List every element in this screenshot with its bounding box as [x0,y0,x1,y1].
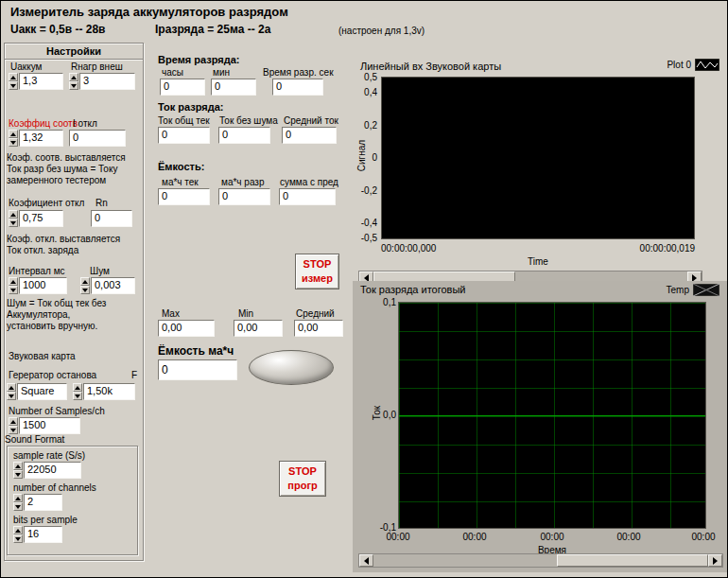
total-current-label: Ток общ тек [158,115,210,126]
rload-input[interactable]: 3 [69,73,135,90]
sum-prev-value: 0 [279,188,336,205]
uakk-input[interactable]: 1,3 [9,73,63,90]
chart2-xtick: 00:00 [687,532,719,542]
chart2-scroll-left-button[interactable] [359,554,373,567]
capacity-title: Ёмкость: [158,161,204,172]
chart1-legend[interactable]: Plot 0 [667,59,719,71]
hours-label: часы [162,67,183,78]
noise-value[interactable]: 0,003 [91,277,135,294]
mah-dis-value: 0 [218,188,270,205]
frequency-spinner-arrows[interactable] [73,383,82,400]
note2-line1: Коэф. откл. выставляется [7,234,120,244]
interval-input[interactable]: 1000 [9,277,67,294]
coeff-otkl-label: Коэфициент откл [9,198,84,208]
noiseless-current-value: 0 [218,127,270,144]
chart1-legend-label: Plot 0 [667,60,691,70]
chart1-ytick: -0,4 [349,218,377,228]
coeff-sootv-spinner-arrows[interactable] [9,130,18,147]
sound-card-label: Звуковая карта [9,351,76,361]
waveform-value[interactable]: Square [17,383,67,400]
chart1-plot-area[interactable] [381,77,695,239]
chart2-legend-label: Temp [667,285,689,295]
waveform-legend-icon [695,59,719,71]
max-value: 0,00 [158,320,215,337]
stop-program-button[interactable]: STOP прогр [279,461,326,497]
coeff-otkl-input[interactable]: 0,75 [9,210,63,227]
avg-value: 0,00 [294,320,343,337]
uakk-value[interactable]: 1,3 [19,73,63,90]
chart1-ytick: 0 [349,152,377,163]
coeff-otkl-spinner-arrows[interactable] [9,210,18,227]
channels-input[interactable]: 2 [13,494,62,511]
rn-label: Rn [95,198,108,208]
coeff-sootv-input[interactable]: 1,32 [9,130,63,147]
stop-program-line2: прогр [280,479,325,493]
interval-spinner-arrows[interactable] [9,277,18,294]
chart1-x-end: 00:00:00,019 [629,243,695,254]
uakk-spinner-arrows[interactable] [9,73,18,90]
rload-value[interactable]: 3 [79,73,135,90]
stop-measure-button[interactable]: STOP измер [295,254,339,289]
samples-value[interactable]: 1500 [19,417,80,434]
total-current-value: 0 [158,127,210,144]
hours-value: 0 [160,79,205,96]
run-indicator-button[interactable] [249,350,334,385]
chart2-scroll-right-button[interactable] [708,554,722,567]
min-value: 0,00 [234,320,283,337]
chart2-scroll-thumb[interactable] [557,554,708,567]
left-arrow-icon [364,557,369,565]
i-otkl-label: I откл [73,118,97,129]
waveform-select[interactable]: Square [7,383,67,400]
note3-line2: Аккумулятора, [7,309,70,320]
samples-spinner-arrows[interactable] [9,417,18,434]
noise-spinner-arrows[interactable] [80,277,90,294]
sum-prev-label: сумма с пред [280,177,338,187]
discharge-current-title: Ток разряда: [158,101,224,113]
chart2-ytick: 0,0 [372,410,396,420]
sample-rate-value[interactable]: 22050 [24,462,81,479]
sample-rate-label: sample rate (S/s) [13,450,85,461]
waveform-spinner-arrows[interactable] [7,383,16,400]
sample-rate-input[interactable]: 22050 [13,462,81,479]
sample-rate-spinner-arrows[interactable] [13,462,23,479]
uakk-label: Uаккум [10,61,42,72]
capacity-total-value: 0 [158,359,237,380]
bits-spinner-arrows[interactable] [13,526,23,543]
channels-value[interactable]: 2 [24,494,62,511]
chart2-zero-line [399,415,705,416]
min-label: Min [238,308,253,319]
noise-input[interactable]: 0,003 [80,277,135,294]
frequency-value[interactable]: 1,50k [83,383,135,400]
avg-current-label: Средний ток [284,115,338,126]
note1-line2: Ток разр без шума = Току [7,164,117,174]
note2-line2: Ток откл. заряда [7,245,78,255]
header-note: (настроен для 1,3v) [338,26,425,36]
minutes-label: мин [213,67,230,78]
max-label: Max [162,308,180,319]
chart2-plot-area[interactable] [398,302,706,529]
seconds-value: 0 [272,79,323,96]
samples-input[interactable]: 1500 [9,417,80,434]
note3-line3: установить вручную. [7,321,97,331]
coeff-sootv-value[interactable]: 1,32 [19,130,63,147]
channels-spinner-arrows[interactable] [13,494,23,511]
rload-spinner-arrows[interactable] [69,73,78,90]
coeff-otkl-value[interactable]: 0,75 [19,210,63,227]
chart2-scrollbar[interactable] [358,553,723,568]
note1-line3: замеренного тестером [7,175,106,185]
app-window: Измеритель заряда аккумуляторов разрядом… [0,0,728,578]
frequency-input[interactable]: 1,50k [73,383,135,400]
interval-value[interactable]: 1000 [19,277,67,294]
chart2-scroll-track[interactable] [373,554,708,567]
i-otkl-value: 0 [69,130,126,147]
chart2-title: Ток разряда итоговый [360,284,466,295]
channels-label: number of channels [13,482,96,493]
bits-input[interactable]: 16 [13,526,62,543]
bits-value[interactable]: 16 [24,526,62,543]
mah-cur-value: 0 [158,188,210,205]
mah-cur-label: ма*ч тек [162,177,199,187]
chart2-legend[interactable]: Temp [667,284,719,296]
chart1-ytick: -0,2 [349,185,377,196]
sound-format-label: Sound Format [5,434,64,445]
stop-program-line1: STOP [280,464,325,479]
